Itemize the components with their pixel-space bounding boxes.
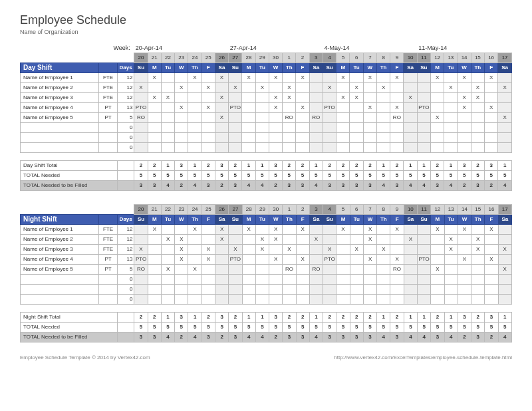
schedule-cell[interactable] [377, 265, 390, 275]
schedule-cell[interactable] [417, 235, 430, 245]
schedule-cell[interactable] [134, 225, 148, 235]
schedule-cell[interactable] [417, 83, 430, 93]
schedule-cell[interactable] [350, 235, 363, 245]
schedule-cell[interactable] [309, 103, 323, 113]
schedule-cell[interactable]: X [229, 245, 242, 255]
schedule-cell[interactable] [484, 133, 497, 143]
schedule-cell[interactable] [363, 93, 376, 103]
schedule-cell[interactable] [363, 285, 376, 295]
schedule-cell[interactable]: X [269, 103, 282, 113]
employee-type[interactable] [99, 295, 118, 305]
schedule-cell[interactable] [309, 255, 323, 265]
schedule-cell[interactable] [188, 83, 201, 93]
schedule-cell[interactable] [134, 133, 148, 143]
schedule-cell[interactable] [458, 295, 471, 305]
employee-name[interactable]: Name of Employee 4 [21, 103, 99, 113]
schedule-cell[interactable] [242, 113, 255, 123]
schedule-cell[interactable] [417, 225, 430, 235]
employee-type[interactable]: FTE [99, 83, 118, 93]
schedule-cell[interactable] [201, 113, 215, 123]
schedule-cell[interactable] [431, 235, 444, 245]
schedule-cell[interactable]: X [188, 265, 201, 275]
schedule-cell[interactable] [390, 295, 404, 305]
schedule-cell[interactable] [430, 133, 444, 143]
schedule-cell[interactable] [498, 225, 511, 235]
schedule-cell[interactable] [404, 295, 417, 305]
schedule-cell[interactable] [229, 143, 242, 153]
schedule-cell[interactable]: PTO [134, 255, 148, 265]
schedule-cell[interactable] [309, 73, 323, 83]
schedule-cell[interactable] [417, 265, 430, 275]
schedule-cell[interactable] [134, 123, 148, 133]
schedule-cell[interactable]: X [390, 73, 404, 83]
schedule-cell[interactable] [430, 93, 444, 103]
schedule-cell[interactable] [350, 295, 363, 305]
schedule-cell[interactable] [390, 123, 404, 133]
schedule-cell[interactable] [215, 143, 228, 153]
schedule-cell[interactable]: X [148, 225, 161, 235]
schedule-cell[interactable]: X [148, 93, 161, 103]
schedule-cell[interactable] [404, 73, 417, 83]
schedule-cell[interactable] [242, 255, 255, 265]
schedule-cell[interactable] [376, 133, 390, 143]
schedule-cell[interactable] [336, 143, 350, 153]
schedule-cell[interactable]: X [175, 255, 188, 265]
schedule-cell[interactable] [283, 275, 296, 285]
schedule-cell[interactable]: X [255, 235, 269, 245]
schedule-cell[interactable] [148, 103, 161, 113]
employee-type[interactable]: FTE [99, 235, 118, 245]
schedule-cell[interactable]: X [458, 73, 471, 83]
schedule-cell[interactable]: X [431, 265, 444, 275]
schedule-cell[interactable] [175, 93, 188, 103]
schedule-cell[interactable] [376, 143, 390, 153]
schedule-cell[interactable] [471, 133, 484, 143]
schedule-cell[interactable] [498, 275, 511, 285]
schedule-cell[interactable] [404, 123, 417, 133]
schedule-cell[interactable] [458, 235, 471, 245]
schedule-cell[interactable]: X [296, 225, 309, 235]
schedule-cell[interactable] [458, 245, 471, 255]
schedule-cell[interactable]: X [363, 235, 376, 245]
schedule-cell[interactable] [471, 103, 484, 113]
schedule-cell[interactable] [134, 93, 148, 103]
schedule-cell[interactable] [296, 123, 309, 133]
schedule-cell[interactable] [376, 123, 390, 133]
schedule-cell[interactable] [498, 143, 512, 153]
schedule-cell[interactable] [269, 285, 283, 295]
schedule-cell[interactable]: X [175, 245, 188, 255]
schedule-cell[interactable] [431, 295, 444, 305]
schedule-cell[interactable] [471, 275, 485, 285]
schedule-cell[interactable]: X [229, 83, 242, 93]
employee-name[interactable] [21, 123, 99, 133]
schedule-cell[interactable] [350, 123, 363, 133]
schedule-cell[interactable] [296, 265, 309, 275]
schedule-cell[interactable]: X [336, 73, 350, 83]
schedule-cell[interactable] [134, 295, 148, 305]
schedule-cell[interactable] [242, 123, 255, 133]
employee-name[interactable]: Name of Employee 3 [21, 93, 99, 103]
schedule-cell[interactable] [417, 133, 430, 143]
schedule-cell[interactable] [283, 235, 296, 245]
schedule-cell[interactable] [201, 275, 215, 285]
schedule-cell[interactable] [417, 285, 430, 295]
schedule-cell[interactable] [201, 123, 215, 133]
schedule-cell[interactable] [390, 245, 404, 255]
schedule-cell[interactable] [444, 265, 458, 275]
schedule-cell[interactable] [161, 143, 174, 153]
schedule-cell[interactable] [148, 255, 161, 265]
schedule-cell[interactable]: X [485, 225, 498, 235]
schedule-cell[interactable] [296, 285, 309, 295]
schedule-cell[interactable] [175, 285, 188, 295]
schedule-cell[interactable] [471, 143, 484, 153]
schedule-cell[interactable] [404, 265, 417, 275]
schedule-cell[interactable] [417, 123, 430, 133]
schedule-cell[interactable] [175, 143, 188, 153]
employee-name[interactable]: Name of Employee 5 [21, 265, 99, 275]
schedule-cell[interactable] [404, 255, 417, 265]
schedule-cell[interactable] [161, 225, 174, 235]
schedule-cell[interactable]: X [255, 245, 269, 255]
employee-type[interactable]: PT [99, 103, 118, 113]
schedule-cell[interactable] [458, 265, 471, 275]
schedule-cell[interactable]: RO [283, 113, 296, 123]
schedule-cell[interactable] [404, 245, 417, 255]
